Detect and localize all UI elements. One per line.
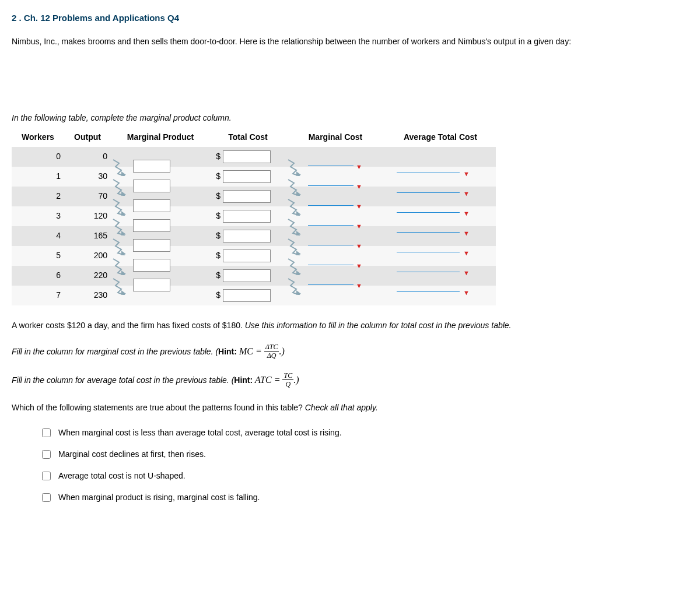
- total-cost-input[interactable]: [223, 289, 271, 302]
- bracket-icon: [287, 258, 304, 275]
- cell-total-cost: $: [210, 187, 286, 206]
- total-cost-input[interactable]: [223, 210, 271, 223]
- cell-total-cost: $: [210, 147, 286, 167]
- cell-output: 165: [64, 226, 111, 246]
- dropdown-caret-icon[interactable]: ▼: [356, 162, 362, 172]
- dropdown-caret-icon[interactable]: ▼: [356, 202, 362, 212]
- total-cost-input[interactable]: [223, 230, 271, 242]
- table-row: 5200$▼▼: [12, 246, 496, 266]
- dropdown-line: [308, 284, 354, 285]
- table-instruction: In the following table, complete the mar…: [12, 112, 688, 124]
- currency-symbol: $: [214, 269, 220, 282]
- marginal-product-input[interactable]: [133, 180, 170, 192]
- cell-workers: 0: [12, 147, 64, 167]
- cell-workers: 3: [12, 206, 64, 226]
- marginal-product-input[interactable]: [133, 279, 170, 291]
- cell-total-cost: $: [210, 246, 286, 266]
- answer-option[interactable]: Marginal cost declines at first, then ri…: [40, 448, 688, 461]
- cell-output: 220: [64, 266, 111, 286]
- dropdown-caret-icon[interactable]: ▼: [463, 268, 470, 278]
- bracket-icon: [112, 238, 130, 255]
- dropdown-line: [308, 225, 354, 226]
- table-row: 6220$▼▼: [12, 266, 496, 286]
- cell-total-cost: $: [210, 206, 286, 226]
- average-total-cost-paragraph: Fill in the column for average total cos…: [12, 373, 688, 389]
- currency-symbol: $: [214, 170, 220, 182]
- th-total-cost: Total Cost: [210, 128, 286, 147]
- total-cost-input[interactable]: [223, 170, 271, 183]
- currency-symbol: $: [214, 249, 220, 262]
- cell-output: 200: [64, 246, 111, 266]
- dropdown-caret-icon[interactable]: ▼: [356, 182, 362, 192]
- total-cost-input[interactable]: [223, 269, 271, 282]
- currency-symbol: $: [214, 230, 220, 242]
- dropdown-caret-icon[interactable]: ▼: [463, 189, 470, 199]
- dropdown-caret-icon[interactable]: ▼: [356, 261, 362, 271]
- cell-output: 120: [64, 206, 111, 226]
- bracket-icon: [287, 218, 304, 236]
- currency-symbol: $: [214, 289, 220, 301]
- th-marginal-cost: Marginal Cost: [286, 128, 385, 147]
- dropdown-line: [308, 205, 354, 206]
- total-cost-input[interactable]: [223, 190, 271, 203]
- cell-average-total-cost: ▼: [385, 286, 496, 305]
- answer-checkbox[interactable]: [42, 428, 51, 437]
- bracket-icon: [112, 258, 130, 275]
- cell-average-total-cost: ▼: [385, 266, 496, 286]
- cell-workers: 2: [12, 187, 64, 206]
- table-row: 4165$▼▼: [12, 226, 496, 246]
- answer-option-label: When marginal product is rising, margina…: [58, 491, 260, 504]
- table-row: 7230$▼▼: [12, 286, 496, 305]
- question-title: 2 . Ch. 12 Problems and Applications Q4: [12, 12, 688, 25]
- bracket-icon: [287, 159, 304, 176]
- dropdown-caret-icon[interactable]: ▼: [356, 241, 362, 251]
- bracket-icon: [287, 198, 304, 216]
- answer-checkbox[interactable]: [42, 472, 51, 480]
- table-row: 270$▼▼: [12, 187, 496, 206]
- marginal-product-input[interactable]: [133, 160, 170, 173]
- cell-total-cost: $: [210, 286, 286, 305]
- total-cost-input[interactable]: [223, 249, 271, 262]
- dropdown-caret-icon[interactable]: ▼: [463, 288, 470, 298]
- answer-option-label: Average total cost is not U-shaped.: [58, 470, 186, 482]
- bracket-icon: [112, 159, 130, 176]
- dropdown-caret-icon[interactable]: ▼: [463, 209, 470, 219]
- cell-average-total-cost: ▼: [385, 187, 496, 206]
- cell-output: 230: [64, 286, 111, 305]
- dropdown-line: [397, 173, 460, 173]
- answer-option[interactable]: When marginal product is rising, margina…: [40, 491, 688, 504]
- marginal-product-input[interactable]: [133, 199, 170, 212]
- production-table: Workers Output Marginal Product Total Co…: [12, 128, 496, 305]
- dropdown-line: [308, 166, 354, 166]
- cell-average-total-cost: [385, 147, 496, 167]
- answer-option-label: Marginal cost declines at first, then ri…: [58, 448, 206, 461]
- dropdown-caret-icon[interactable]: ▼: [463, 169, 470, 179]
- cell-total-cost: $: [210, 226, 286, 246]
- dropdown-line: [308, 265, 354, 265]
- dropdown-caret-icon[interactable]: ▼: [356, 281, 362, 291]
- answer-option[interactable]: Average total cost is not U-shaped.: [40, 470, 688, 482]
- answer-option[interactable]: When marginal cost is less than average …: [40, 427, 688, 439]
- bracket-icon: [112, 198, 130, 216]
- bracket-icon: [287, 277, 304, 295]
- th-average-total-cost: Average Total Cost: [385, 128, 496, 147]
- marginal-product-input[interactable]: [133, 239, 170, 252]
- dropdown-line: [308, 245, 354, 245]
- answer-checkbox[interactable]: [42, 450, 51, 459]
- cell-workers: 7: [12, 286, 64, 305]
- dropdown-caret-icon[interactable]: ▼: [356, 222, 362, 231]
- bracket-icon: [112, 218, 130, 236]
- dropdown-line: [308, 185, 354, 186]
- dropdown-caret-icon[interactable]: ▼: [463, 248, 470, 258]
- cell-workers: 6: [12, 266, 64, 286]
- answer-checkbox[interactable]: [42, 493, 51, 502]
- cell-workers: 4: [12, 226, 64, 246]
- dropdown-caret-icon[interactable]: ▼: [463, 229, 470, 238]
- total-cost-input[interactable]: [223, 150, 271, 163]
- table-row: 3120$▼▼: [12, 206, 496, 226]
- cell-marginal-product: [111, 286, 210, 305]
- dropdown-line: [397, 232, 460, 233]
- marginal-product-input[interactable]: [133, 259, 170, 272]
- cell-average-total-cost: ▼: [385, 206, 496, 226]
- marginal-product-input[interactable]: [133, 219, 170, 232]
